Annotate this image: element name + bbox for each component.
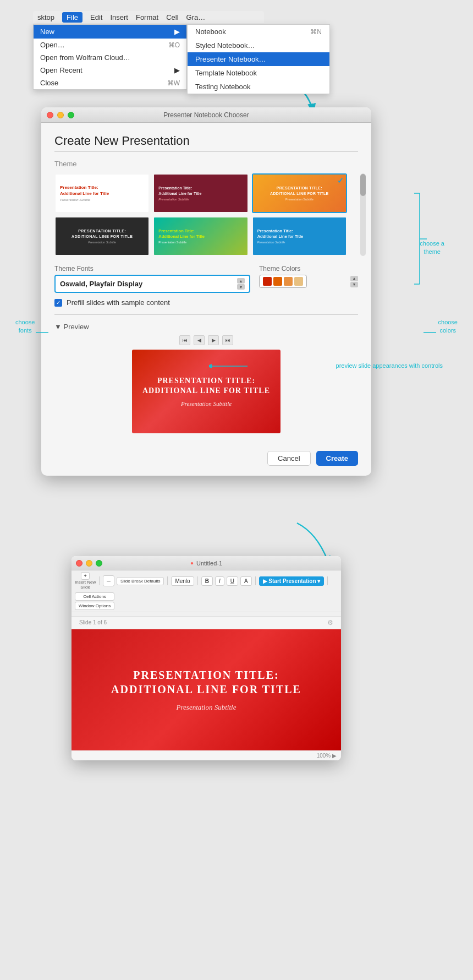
file-menu-new[interactable]: New ▶ <box>34 25 186 39</box>
preview-first-btn[interactable]: ⏮ <box>179 335 190 345</box>
theme5-title: Presentation Title:Additional Line for T… <box>158 228 205 239</box>
theme-card-4[interactable]: PRESENTATION TITLE:ADDITIONAL LINE FOR T… <box>54 216 150 256</box>
dialog-titlebar: Presenter Notebook Chooser <box>41 107 371 123</box>
file-menu-open-cloud[interactable]: Open from Wolfram Cloud… <box>34 51 186 64</box>
menubar: sktop File Edit Insert Format Cell Gra… <box>33 11 264 24</box>
nb-insert-label: Insert NewSlide <box>75 580 96 590</box>
preview-toggle[interactable]: ▼ Preview <box>54 323 358 331</box>
theme-grid-container: Presentation Title:Additional Line for T… <box>54 173 358 256</box>
nb-title: ● Untitled-1 <box>190 560 222 567</box>
preview-toggle-label: ▼ Preview <box>54 323 89 331</box>
theme-card-5[interactable]: Presentation Title:Additional Line for T… <box>153 216 248 256</box>
menubar-item-gra[interactable]: Gra… <box>186 13 206 21</box>
titlebar-minimize-btn[interactable] <box>57 112 64 118</box>
create-button[interactable]: Create <box>316 451 358 466</box>
nb-slide-break-btn[interactable]: Slide Break Defaults <box>117 577 164 585</box>
theme-fonts-label: Theme Fonts <box>54 265 250 273</box>
nb-minus-btn[interactable]: – <box>103 575 114 586</box>
titlebar-zoom-btn[interactable] <box>68 112 74 118</box>
dialog-main-title: Create New Presentation <box>54 134 358 148</box>
nb-slide-label-row: Slide 1 of 6 ⚙ <box>72 617 341 629</box>
dialog-window: Presenter Notebook Chooser Create New Pr… <box>41 107 371 476</box>
nb-dot-indicator: ● <box>190 560 194 566</box>
checkbox-row: ✓ Prefill slides with sample content <box>54 298 358 307</box>
nb-settings-icon[interactable]: ⚙ <box>327 619 333 627</box>
theme-card-6[interactable]: Presentation Title:Additional Line for T… <box>252 216 347 256</box>
menubar-item-desktop[interactable]: sktop <box>37 13 54 21</box>
menubar-item-file[interactable]: File <box>62 12 82 23</box>
theme3-sub: Presentation Subtitle <box>285 198 314 201</box>
theme-card-2[interactable]: Presentation Title:Additional Line for T… <box>153 173 248 213</box>
preview-prev-btn[interactable]: ◀ <box>194 335 205 345</box>
nb-font-btn[interactable]: Menlo <box>171 576 194 586</box>
theme-scrollbar[interactable] <box>360 173 366 256</box>
nb-insert-slide-btn[interactable]: + <box>81 572 89 580</box>
font-stepper[interactable]: ▲ ▼ <box>237 278 245 290</box>
color-swatch-1 <box>263 277 272 286</box>
menubar-item-format[interactable]: Format <box>136 13 158 21</box>
theme-bracket-line <box>411 190 428 287</box>
prefill-label: Prefill slides with sample content <box>67 298 170 307</box>
theme-section-label: Theme <box>54 160 358 168</box>
nb-minimize-btn[interactable] <box>86 560 92 567</box>
nb-italic-btn[interactable]: I <box>215 576 224 586</box>
new-submenu-styled[interactable]: Styled Notebook… <box>188 39 329 52</box>
file-menu-close[interactable]: Close ⌘W <box>34 77 186 89</box>
nb-sep-5 <box>327 576 328 585</box>
color-stepper-up[interactable]: ▲ <box>350 276 358 281</box>
menubar-item-insert[interactable]: Insert <box>110 13 128 21</box>
dialog-title: Presenter Notebook Chooser <box>163 111 249 119</box>
theme-colors-label: Theme Colors <box>259 265 358 273</box>
colors-bracket-line <box>422 326 439 340</box>
nb-window-options-btn[interactable]: Window Options <box>75 602 114 610</box>
color-stepper[interactable]: ▲ ▼ <box>350 276 358 287</box>
prefill-checkbox[interactable]: ✓ <box>54 299 62 307</box>
preview-last-btn[interactable]: ⏭ <box>222 335 233 345</box>
menubar-item-edit[interactable]: Edit <box>90 13 102 21</box>
nb-footer: 100% ▶ <box>72 750 341 760</box>
theme-grid: Presentation Title:Additional Line for T… <box>54 173 347 256</box>
file-menu-open-recent[interactable]: Open Recent ▶ <box>34 64 186 77</box>
nb-start-presentation-btn[interactable]: ▶ Start Presentation ▾ <box>259 576 324 586</box>
nb-bold-btn[interactable]: B <box>201 576 213 586</box>
nb-zoom-level: 100% ▶ <box>317 753 337 759</box>
nb-zoom-btn[interactable] <box>96 560 102 567</box>
color-swatch-3 <box>284 277 293 286</box>
file-new-label: New <box>40 28 54 36</box>
preview-slide: PRESENTATION TITLE:ADDITIONAL LINE FOR T… <box>132 350 280 433</box>
font-stepper-down[interactable]: ▼ <box>237 284 245 290</box>
new-submenu-notebook[interactable]: Notebook ⌘N <box>188 25 329 39</box>
nb-cell-actions-btn[interactable]: Cell Actions <box>75 592 114 601</box>
dialog-content: Create New Presentation Theme Presentati… <box>41 123 371 444</box>
nb-close-btn[interactable] <box>76 560 82 567</box>
menubar-section: sktop File Edit Insert Format Cell Gra… … <box>33 11 264 24</box>
preview-slide-title: PRESENTATION TITLE:ADDITIONAL LINE FOR T… <box>142 376 270 396</box>
choose-colors-annotation: choosecolors <box>438 318 458 335</box>
new-submenu-template[interactable]: Template Notebook <box>188 66 329 80</box>
new-submenu-panel: Notebook ⌘N Styled Notebook… Presenter N… <box>187 24 330 94</box>
theme-card-1[interactable]: Presentation Title:Additional Line for T… <box>54 173 150 213</box>
nb-font-size-btn[interactable]: A <box>240 576 252 586</box>
nb-slide-sub: Presentation Subtitle <box>177 703 237 712</box>
font-select-box[interactable]: Oswald, Playfair Display ▲ ▼ <box>54 275 250 293</box>
nb-underline-btn[interactable]: U <box>227 576 238 586</box>
theme-scroll-thumb <box>360 174 366 196</box>
theme-card-3[interactable]: PRESENTATION TITLE:ADDITIONAL LINE FOR T… <box>252 173 347 213</box>
file-dropdown-menu: New ▶ Open… ⌘O Open from Wolfram Cloud… … <box>33 24 187 90</box>
new-submenu-presenter[interactable]: Presenter Notebook… <box>188 52 329 66</box>
preview-next-btn[interactable]: ▶ <box>208 335 219 345</box>
new-submenu-testing[interactable]: Testing Notebook <box>188 80 329 94</box>
file-menu-open[interactable]: Open… ⌘O <box>34 39 186 51</box>
nb-sep-3 <box>197 576 198 585</box>
titlebar-close-btn[interactable] <box>47 112 53 118</box>
menubar-item-cell[interactable]: Cell <box>166 13 178 21</box>
color-swatch-row[interactable] <box>259 275 307 288</box>
font-stepper-up[interactable]: ▲ <box>237 278 245 284</box>
dialog-footer: Cancel Create <box>41 444 371 476</box>
nb-titlebar: ● Untitled-1 <box>72 556 341 570</box>
theme2-title: Presentation Title:Additional Line for T… <box>158 186 201 195</box>
nb-sep-1 <box>99 576 100 585</box>
color-stepper-down[interactable]: ▼ <box>350 282 358 287</box>
cancel-button[interactable]: Cancel <box>267 451 310 466</box>
notebook-window: ● Untitled-1 + Insert NewSlide – Slide B… <box>72 556 341 760</box>
